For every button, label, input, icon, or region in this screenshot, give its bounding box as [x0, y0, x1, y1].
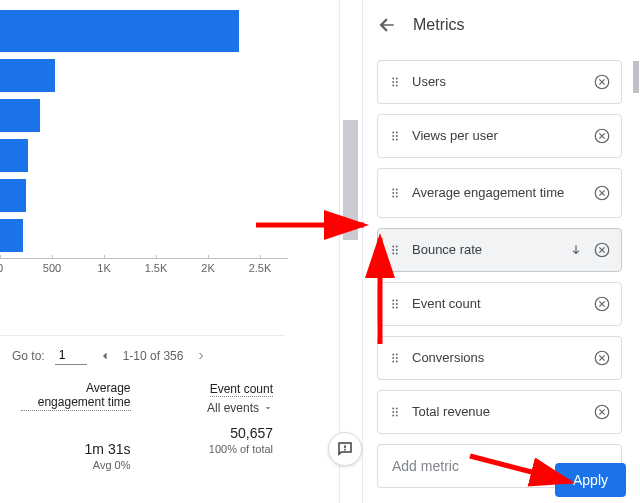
axis-tick: 500: [43, 262, 61, 274]
goto-label: Go to:: [12, 349, 45, 363]
drag-handle[interactable]: [388, 186, 402, 200]
remove-icon: [593, 241, 611, 259]
drag-handle[interactable]: [388, 75, 402, 89]
metric-row[interactable]: Views per user: [377, 114, 622, 158]
metric-row[interactable]: Total revenue: [377, 390, 622, 434]
metric-label: Views per user: [412, 129, 583, 144]
metric-row[interactable]: Conversions: [377, 336, 622, 380]
axis-tick: 2.5K: [249, 262, 272, 274]
svg-point-26: [396, 253, 398, 255]
drag-handle[interactable]: [388, 351, 402, 365]
panel-title: Metrics: [413, 16, 465, 34]
svg-point-40: [396, 361, 398, 363]
svg-point-2: [392, 81, 394, 83]
remove-icon: [593, 349, 611, 367]
summary-col-avg-engagement: Average engagement time 1m 31s Avg 0%: [12, 381, 131, 471]
apply-button[interactable]: Apply: [555, 463, 626, 497]
svg-point-12: [396, 139, 398, 141]
report-footer: Go to: 1-10 of 356 Average engagement ti…: [0, 335, 285, 471]
svg-point-32: [392, 307, 394, 309]
sort-down-icon: [569, 243, 583, 257]
drag-handle[interactable]: [388, 405, 402, 419]
svg-point-19: [396, 196, 398, 198]
svg-point-25: [392, 253, 394, 255]
svg-point-39: [392, 361, 394, 363]
panel-scrollbar[interactable]: [632, 55, 640, 503]
remove-metric-button[interactable]: [593, 403, 611, 421]
drag-handle-icon: [388, 186, 402, 200]
bar[interactable]: [0, 179, 26, 212]
arrow-left-icon: [377, 15, 397, 35]
remove-metric-button[interactable]: [593, 295, 611, 313]
svg-point-17: [396, 192, 398, 194]
x-axis: 05001K1.5K2K2.5K: [0, 258, 288, 278]
bar[interactable]: [0, 10, 239, 52]
summary-row: Average engagement time 1m 31s Avg 0% Ev…: [12, 381, 273, 471]
metric-row[interactable]: Average engagement time: [377, 168, 622, 218]
svg-point-24: [396, 249, 398, 251]
axis-tick: 1K: [97, 262, 110, 274]
bar[interactable]: [0, 219, 23, 252]
remove-metric-button[interactable]: [593, 349, 611, 367]
svg-point-45: [396, 411, 398, 413]
metric-row[interactable]: Bounce rate: [377, 228, 622, 272]
metric-label: Bounce rate: [412, 243, 557, 258]
drag-handle[interactable]: [388, 297, 402, 311]
summary-header: Average engagement time: [21, 381, 131, 411]
svg-point-9: [392, 135, 394, 137]
svg-point-46: [392, 415, 394, 417]
bar[interactable]: [0, 59, 55, 92]
bar[interactable]: [0, 99, 40, 132]
summary-col-event-count: Event count All events 50,657 100% of to…: [155, 381, 274, 471]
summary-value: 1m 31s: [12, 441, 131, 457]
remove-metric-button[interactable]: [593, 241, 611, 259]
remove-metric-button[interactable]: [593, 184, 611, 202]
prev-page-button[interactable]: [97, 348, 113, 364]
axis-tick: 0: [0, 262, 3, 274]
svg-point-35: [392, 354, 394, 356]
metric-label: Users: [412, 75, 583, 90]
svg-point-5: [396, 85, 398, 87]
summary-value: 50,657: [155, 425, 274, 441]
drag-handle[interactable]: [388, 129, 402, 143]
remove-metric-button[interactable]: [593, 73, 611, 91]
svg-point-1: [396, 78, 398, 80]
drag-handle-icon: [388, 75, 402, 89]
svg-point-23: [392, 249, 394, 251]
svg-point-37: [392, 357, 394, 359]
svg-rect-49: [344, 445, 346, 448]
svg-point-31: [396, 303, 398, 305]
feedback-icon: [336, 440, 354, 458]
main-scrollbar[interactable]: [340, 0, 362, 503]
remove-icon: [593, 295, 611, 313]
remove-metric-button[interactable]: [593, 127, 611, 145]
add-metric-label: Add metric: [392, 458, 459, 474]
back-button[interactable]: [377, 15, 397, 35]
svg-point-22: [396, 246, 398, 248]
page-range: 1-10 of 356: [123, 349, 184, 363]
svg-point-43: [396, 408, 398, 410]
feedback-button[interactable]: [328, 432, 362, 466]
svg-point-15: [396, 189, 398, 191]
svg-point-47: [396, 415, 398, 417]
drag-handle-icon: [388, 243, 402, 257]
remove-icon: [593, 73, 611, 91]
drag-handle[interactable]: [388, 243, 402, 257]
metric-row[interactable]: Event count: [377, 282, 622, 326]
goto-input[interactable]: [55, 346, 87, 365]
svg-point-16: [392, 192, 394, 194]
drag-handle-icon: [388, 297, 402, 311]
remove-icon: [593, 184, 611, 202]
bar[interactable]: [0, 139, 28, 172]
metric-label: Average engagement time: [412, 186, 583, 201]
event-selector[interactable]: All events: [155, 401, 274, 415]
svg-point-21: [392, 246, 394, 248]
svg-point-0: [392, 78, 394, 80]
metrics-panel: Metrics UsersViews per userAverage engag…: [362, 0, 640, 503]
svg-point-42: [392, 408, 394, 410]
sort-indicator: [569, 243, 583, 257]
summary-header: Event count: [210, 382, 273, 397]
metric-row[interactable]: Users: [377, 60, 622, 104]
svg-point-36: [396, 354, 398, 356]
next-page-button[interactable]: [193, 348, 209, 364]
